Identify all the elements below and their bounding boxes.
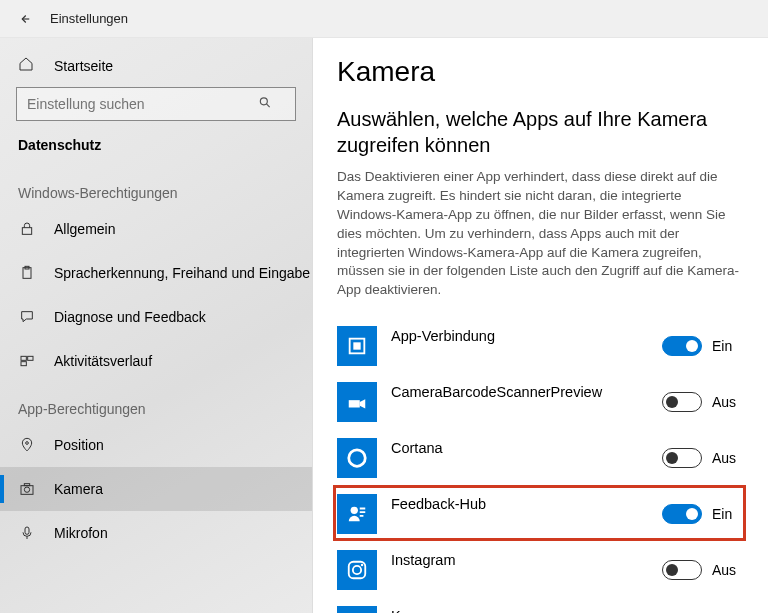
app-toggle-state: Aus xyxy=(712,394,740,410)
app-toggle[interactable] xyxy=(662,560,702,580)
microphone-icon xyxy=(18,525,36,541)
group-app-perms: App-Berechtigungen xyxy=(0,391,312,423)
app-name: Kamera xyxy=(391,606,662,613)
nav-kamera[interactable]: Kamera xyxy=(0,467,312,511)
app-name: App-Verbindung xyxy=(391,326,662,366)
app-row: App-VerbindungEin xyxy=(337,318,740,374)
main-content: Kamera Auswählen, welche Apps auf Ihre K… xyxy=(313,38,768,613)
nav-diagnose[interactable]: Diagnose und Feedback xyxy=(0,295,312,339)
nav-mikrofon[interactable]: Mikrofon xyxy=(0,511,312,555)
app-row: InstagramAus xyxy=(337,542,740,598)
app-toggle[interactable] xyxy=(662,448,702,468)
app-name: Feedback-Hub xyxy=(391,494,662,534)
nav-label: Kamera xyxy=(54,481,103,497)
svg-rect-7 xyxy=(28,356,33,360)
sidebar-home[interactable]: Startseite xyxy=(0,48,312,83)
sidebar: Startseite Datenschutz Windows-Berechtig… xyxy=(0,38,313,613)
app-name: Cortana xyxy=(391,438,662,478)
search-input[interactable] xyxy=(16,87,296,121)
app-toggle-state: Aus xyxy=(712,450,740,466)
lock-icon xyxy=(18,221,36,237)
feedback-icon xyxy=(18,309,36,325)
svg-rect-13 xyxy=(25,527,29,534)
nav-label: Mikrofon xyxy=(54,525,108,541)
svg-point-19 xyxy=(351,507,358,514)
sidebar-section: Datenschutz xyxy=(0,131,312,167)
nav-label: Position xyxy=(54,437,104,453)
nav-label: Spracherkennung, Freihand und Eingabe xyxy=(54,265,310,281)
app-tile-icon xyxy=(337,438,377,478)
nav-label: Aktivitätsverlauf xyxy=(54,353,152,369)
home-icon xyxy=(18,56,36,75)
app-toggle-state: Ein xyxy=(712,506,740,522)
nav-position[interactable]: Position xyxy=(0,423,312,467)
app-row: CortanaAus xyxy=(337,430,740,486)
app-row: Feedback-HubEin xyxy=(337,486,740,542)
svg-point-21 xyxy=(353,566,361,574)
app-toggle[interactable] xyxy=(662,336,702,356)
window-title: Einstellungen xyxy=(50,11,128,26)
svg-rect-8 xyxy=(21,362,26,366)
history-icon xyxy=(18,353,36,369)
svg-rect-17 xyxy=(349,400,360,407)
group-windows-perms: Windows-Berechtigungen xyxy=(0,175,312,207)
titlebar: Einstellungen xyxy=(0,0,768,38)
svg-point-11 xyxy=(24,487,29,492)
app-row: KameraEin xyxy=(337,598,740,613)
app-row: CameraBarcodeScannerPreviewAus xyxy=(337,374,740,430)
app-toggle[interactable] xyxy=(662,504,702,524)
svg-rect-16 xyxy=(353,343,360,350)
nav-spracherkennung[interactable]: Spracherkennung, Freihand und Eingabe xyxy=(0,251,312,295)
app-list: App-VerbindungEinCameraBarcodeScannerPre… xyxy=(337,318,740,613)
camera-icon xyxy=(18,481,36,497)
svg-rect-6 xyxy=(21,356,26,360)
svg-point-22 xyxy=(361,564,363,566)
nav-label: Diagnose und Feedback xyxy=(54,309,206,325)
svg-rect-3 xyxy=(22,228,31,235)
nav-allgemein[interactable]: Allgemein xyxy=(0,207,312,251)
sidebar-home-label: Startseite xyxy=(54,58,113,74)
back-button[interactable] xyxy=(12,7,36,31)
page-description: Das Deaktivieren einer App verhindert, d… xyxy=(337,168,740,300)
svg-point-9 xyxy=(26,442,29,445)
app-name: Instagram xyxy=(391,550,662,590)
app-tile-icon xyxy=(337,326,377,366)
page-subtitle: Auswählen, welche Apps auf Ihre Kamera z… xyxy=(337,106,740,158)
app-toggle-state: Ein xyxy=(712,338,740,354)
location-icon xyxy=(18,437,36,453)
app-tile-icon xyxy=(337,494,377,534)
app-tile-icon xyxy=(337,382,377,422)
svg-point-18 xyxy=(349,450,366,467)
app-toggle-state: Aus xyxy=(712,562,740,578)
clipboard-icon xyxy=(18,265,36,281)
app-toggle[interactable] xyxy=(662,392,702,412)
svg-rect-12 xyxy=(24,484,29,486)
nav-label: Allgemein xyxy=(54,221,115,237)
nav-aktivitaet[interactable]: Aktivitätsverlauf xyxy=(0,339,312,383)
app-name: CameraBarcodeScannerPreview xyxy=(391,382,662,422)
app-tile-icon xyxy=(337,606,377,613)
page-title: Kamera xyxy=(337,56,740,88)
app-tile-icon xyxy=(337,550,377,590)
